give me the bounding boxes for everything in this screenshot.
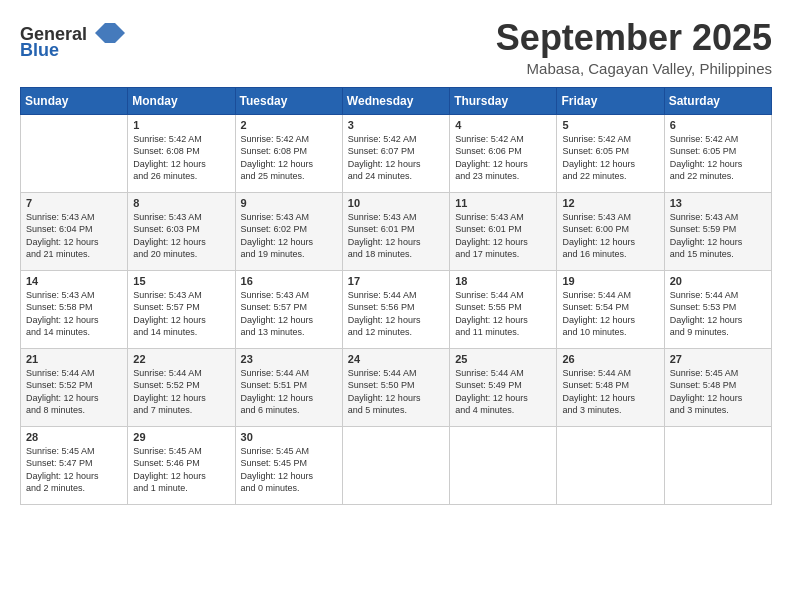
day-number: 23 [241, 353, 337, 365]
calendar-cell [557, 426, 664, 504]
day-info: Sunrise: 5:43 AMSunset: 5:58 PMDaylight:… [26, 289, 122, 339]
logo: General Blue [20, 18, 130, 62]
day-number: 8 [133, 197, 229, 209]
day-info: Sunrise: 5:44 AMSunset: 5:52 PMDaylight:… [26, 367, 122, 417]
calendar-cell: 26Sunrise: 5:44 AMSunset: 5:48 PMDayligh… [557, 348, 664, 426]
calendar-cell: 13Sunrise: 5:43 AMSunset: 5:59 PMDayligh… [664, 192, 771, 270]
calendar-cell [21, 114, 128, 192]
day-info: Sunrise: 5:43 AMSunset: 5:57 PMDaylight:… [241, 289, 337, 339]
day-info: Sunrise: 5:43 AMSunset: 5:57 PMDaylight:… [133, 289, 229, 339]
header-row: SundayMondayTuesdayWednesdayThursdayFrid… [21, 87, 772, 114]
calendar-cell: 19Sunrise: 5:44 AMSunset: 5:54 PMDayligh… [557, 270, 664, 348]
calendar-cell: 17Sunrise: 5:44 AMSunset: 5:56 PMDayligh… [342, 270, 449, 348]
day-number: 10 [348, 197, 444, 209]
day-number: 21 [26, 353, 122, 365]
day-info: Sunrise: 5:45 AMSunset: 5:47 PMDaylight:… [26, 445, 122, 495]
day-number: 26 [562, 353, 658, 365]
calendar-week-row: 1Sunrise: 5:42 AMSunset: 6:08 PMDaylight… [21, 114, 772, 192]
calendar-week-row: 7Sunrise: 5:43 AMSunset: 6:04 PMDaylight… [21, 192, 772, 270]
calendar-cell: 6Sunrise: 5:42 AMSunset: 6:05 PMDaylight… [664, 114, 771, 192]
day-number: 19 [562, 275, 658, 287]
header-day: Friday [557, 87, 664, 114]
calendar-cell: 25Sunrise: 5:44 AMSunset: 5:49 PMDayligh… [450, 348, 557, 426]
day-info: Sunrise: 5:44 AMSunset: 5:51 PMDaylight:… [241, 367, 337, 417]
calendar-cell: 23Sunrise: 5:44 AMSunset: 5:51 PMDayligh… [235, 348, 342, 426]
day-number: 3 [348, 119, 444, 131]
day-info: Sunrise: 5:44 AMSunset: 5:53 PMDaylight:… [670, 289, 766, 339]
title-area: September 2025 Mabasa, Cagayan Valley, P… [496, 18, 772, 77]
day-info: Sunrise: 5:44 AMSunset: 5:50 PMDaylight:… [348, 367, 444, 417]
calendar-cell: 8Sunrise: 5:43 AMSunset: 6:03 PMDaylight… [128, 192, 235, 270]
header-day: Thursday [450, 87, 557, 114]
day-number: 17 [348, 275, 444, 287]
calendar-cell: 11Sunrise: 5:43 AMSunset: 6:01 PMDayligh… [450, 192, 557, 270]
calendar-cell: 2Sunrise: 5:42 AMSunset: 6:08 PMDaylight… [235, 114, 342, 192]
day-number: 27 [670, 353, 766, 365]
day-number: 29 [133, 431, 229, 443]
calendar-cell: 16Sunrise: 5:43 AMSunset: 5:57 PMDayligh… [235, 270, 342, 348]
logo-text: General Blue [20, 18, 130, 62]
calendar-cell: 22Sunrise: 5:44 AMSunset: 5:52 PMDayligh… [128, 348, 235, 426]
calendar-cell: 21Sunrise: 5:44 AMSunset: 5:52 PMDayligh… [21, 348, 128, 426]
day-number: 4 [455, 119, 551, 131]
calendar-week-row: 14Sunrise: 5:43 AMSunset: 5:58 PMDayligh… [21, 270, 772, 348]
day-number: 20 [670, 275, 766, 287]
header-day: Sunday [21, 87, 128, 114]
day-info: Sunrise: 5:43 AMSunset: 6:00 PMDaylight:… [562, 211, 658, 261]
day-number: 12 [562, 197, 658, 209]
day-info: Sunrise: 5:43 AMSunset: 5:59 PMDaylight:… [670, 211, 766, 261]
page: General Blue September 2025 Mabasa, Caga… [0, 0, 792, 515]
header: General Blue September 2025 Mabasa, Caga… [20, 18, 772, 77]
day-number: 15 [133, 275, 229, 287]
calendar-table: SundayMondayTuesdayWednesdayThursdayFrid… [20, 87, 772, 505]
day-info: Sunrise: 5:43 AMSunset: 6:04 PMDaylight:… [26, 211, 122, 261]
day-info: Sunrise: 5:45 AMSunset: 5:45 PMDaylight:… [241, 445, 337, 495]
day-info: Sunrise: 5:42 AMSunset: 6:08 PMDaylight:… [133, 133, 229, 183]
calendar-cell: 24Sunrise: 5:44 AMSunset: 5:50 PMDayligh… [342, 348, 449, 426]
header-day: Wednesday [342, 87, 449, 114]
calendar-cell: 29Sunrise: 5:45 AMSunset: 5:46 PMDayligh… [128, 426, 235, 504]
calendar-week-row: 21Sunrise: 5:44 AMSunset: 5:52 PMDayligh… [21, 348, 772, 426]
calendar-cell: 4Sunrise: 5:42 AMSunset: 6:06 PMDaylight… [450, 114, 557, 192]
day-info: Sunrise: 5:44 AMSunset: 5:49 PMDaylight:… [455, 367, 551, 417]
day-number: 7 [26, 197, 122, 209]
calendar-cell: 15Sunrise: 5:43 AMSunset: 5:57 PMDayligh… [128, 270, 235, 348]
day-info: Sunrise: 5:42 AMSunset: 6:07 PMDaylight:… [348, 133, 444, 183]
day-number: 2 [241, 119, 337, 131]
svg-marker-1 [95, 23, 125, 43]
day-info: Sunrise: 5:42 AMSunset: 6:06 PMDaylight:… [455, 133, 551, 183]
calendar-cell: 7Sunrise: 5:43 AMSunset: 6:04 PMDaylight… [21, 192, 128, 270]
calendar-cell: 30Sunrise: 5:45 AMSunset: 5:45 PMDayligh… [235, 426, 342, 504]
header-day: Tuesday [235, 87, 342, 114]
location: Mabasa, Cagayan Valley, Philippines [496, 60, 772, 77]
day-number: 22 [133, 353, 229, 365]
day-info: Sunrise: 5:43 AMSunset: 6:03 PMDaylight:… [133, 211, 229, 261]
day-number: 14 [26, 275, 122, 287]
day-info: Sunrise: 5:44 AMSunset: 5:56 PMDaylight:… [348, 289, 444, 339]
day-info: Sunrise: 5:43 AMSunset: 6:01 PMDaylight:… [455, 211, 551, 261]
day-number: 28 [26, 431, 122, 443]
day-number: 1 [133, 119, 229, 131]
calendar-cell: 1Sunrise: 5:42 AMSunset: 6:08 PMDaylight… [128, 114, 235, 192]
calendar-cell [450, 426, 557, 504]
calendar-cell: 10Sunrise: 5:43 AMSunset: 6:01 PMDayligh… [342, 192, 449, 270]
calendar-cell: 12Sunrise: 5:43 AMSunset: 6:00 PMDayligh… [557, 192, 664, 270]
svg-text:Blue: Blue [20, 40, 59, 58]
day-info: Sunrise: 5:45 AMSunset: 5:46 PMDaylight:… [133, 445, 229, 495]
day-number: 13 [670, 197, 766, 209]
day-info: Sunrise: 5:42 AMSunset: 6:08 PMDaylight:… [241, 133, 337, 183]
calendar-cell: 3Sunrise: 5:42 AMSunset: 6:07 PMDaylight… [342, 114, 449, 192]
day-number: 18 [455, 275, 551, 287]
day-info: Sunrise: 5:44 AMSunset: 5:48 PMDaylight:… [562, 367, 658, 417]
calendar-week-row: 28Sunrise: 5:45 AMSunset: 5:47 PMDayligh… [21, 426, 772, 504]
month-title: September 2025 [496, 18, 772, 58]
day-info: Sunrise: 5:42 AMSunset: 6:05 PMDaylight:… [562, 133, 658, 183]
calendar-cell [664, 426, 771, 504]
day-info: Sunrise: 5:45 AMSunset: 5:48 PMDaylight:… [670, 367, 766, 417]
day-number: 9 [241, 197, 337, 209]
day-number: 11 [455, 197, 551, 209]
header-day: Saturday [664, 87, 771, 114]
calendar-cell: 28Sunrise: 5:45 AMSunset: 5:47 PMDayligh… [21, 426, 128, 504]
day-info: Sunrise: 5:42 AMSunset: 6:05 PMDaylight:… [670, 133, 766, 183]
calendar-cell: 9Sunrise: 5:43 AMSunset: 6:02 PMDaylight… [235, 192, 342, 270]
